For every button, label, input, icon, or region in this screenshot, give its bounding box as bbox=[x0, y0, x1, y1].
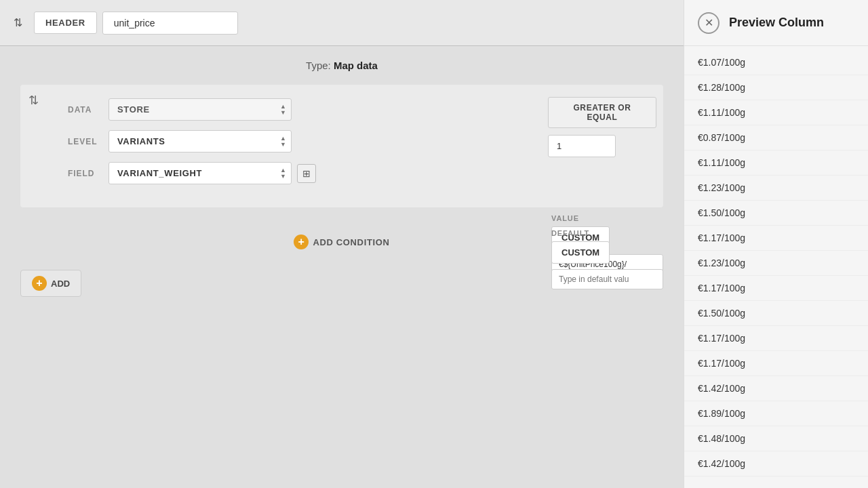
data-row: DATA STORE ▲▼ bbox=[68, 98, 541, 121]
preview-item: €0.87/100g bbox=[684, 125, 868, 150]
data-select-wrapper: STORE ▲▼ bbox=[108, 98, 292, 121]
preview-item: €1.11/100g bbox=[684, 100, 868, 125]
condition-value-input[interactable] bbox=[548, 135, 616, 157]
condition-greater-equal-btn[interactable]: GREATER OR EQUAL bbox=[548, 97, 656, 128]
preview-header: ✕ Preview Column bbox=[684, 0, 868, 46]
preview-item: €1.23/100g bbox=[684, 251, 868, 276]
field-label: FIELD bbox=[68, 169, 108, 178]
main-area: ⇅ HEADER unit_price Type: Map data ⇅ DAT… bbox=[0, 0, 684, 488]
preview-item: €1.23/100g bbox=[684, 176, 868, 201]
add-btn[interactable]: + ADD bbox=[20, 270, 81, 297]
header-bar: ⇅ HEADER unit_price bbox=[0, 0, 684, 46]
content-area: Type: Map data ⇅ DATA STORE ▲▼ LEVEL bbox=[0, 46, 684, 488]
preview-item: €1.48/100g bbox=[684, 426, 868, 451]
preview-item: €1.17/100g bbox=[684, 351, 868, 376]
preview-item: €1.50/100g bbox=[684, 301, 868, 326]
calc-icon[interactable]: ⊞ bbox=[297, 164, 316, 183]
level-label: LEVEL bbox=[68, 137, 108, 146]
add-condition-label: ADD CONDITION bbox=[313, 237, 389, 247]
value-section-label: VALUE bbox=[551, 214, 663, 222]
add-btn-plus: + bbox=[32, 276, 47, 291]
sort-icon: ⇅ bbox=[14, 16, 22, 29]
field-row: FIELD VARIANT_WEIGHT ▲▼ ⊞ bbox=[68, 162, 541, 184]
level-row: LEVEL VARIANTS ▲▼ bbox=[68, 130, 541, 152]
field-select-wrapper: VARIANT_WEIGHT ▲▼ bbox=[108, 162, 292, 184]
default-value-input[interactable] bbox=[551, 269, 663, 289]
add-condition-btn[interactable]: + ADD CONDITION bbox=[294, 235, 389, 249]
preview-item: €1.07/100g bbox=[684, 50, 868, 75]
preview-item: €1.89/100g bbox=[684, 401, 868, 426]
type-value: Map data bbox=[334, 60, 378, 71]
preview-item: €1.11/100g bbox=[684, 150, 868, 176]
level-select[interactable]: VARIANTS bbox=[108, 130, 292, 152]
field-select[interactable]: VARIANT_WEIGHT bbox=[108, 162, 292, 184]
level-select-wrapper: VARIANTS ▲▼ bbox=[108, 130, 292, 152]
sort-icon-btn[interactable]: ⇅ bbox=[7, 12, 28, 34]
preview-item: €1.17/100g bbox=[684, 226, 868, 251]
data-select[interactable]: STORE bbox=[108, 98, 292, 121]
close-icon: ✕ bbox=[705, 16, 713, 29]
data-label: DATA bbox=[68, 105, 108, 115]
default-custom-badge[interactable]: CUSTOM bbox=[551, 241, 610, 264]
preview-list: €1.07/100g€1.28/100g€1.11/100g€0.87/100g… bbox=[684, 46, 868, 488]
add-condition-plus: + bbox=[294, 235, 309, 249]
header-label: HEADER bbox=[34, 12, 97, 34]
preview-item: €1.42/100g bbox=[684, 451, 868, 476]
preview-panel: ✕ Preview Column €1.07/100g€1.28/100g€1.… bbox=[684, 0, 868, 488]
preview-item: €1.17/100g bbox=[684, 276, 868, 301]
add-btn-label: ADD bbox=[51, 279, 70, 289]
preview-item: €1.42/100g bbox=[684, 376, 868, 401]
type-label: Type: Map data bbox=[20, 60, 663, 71]
preview-item: €1.50/100g bbox=[684, 201, 868, 226]
mapping-card: ⇅ DATA STORE ▲▼ LEVEL VARIANTS ▲ bbox=[20, 85, 663, 207]
default-section-label: DEFAULT bbox=[551, 229, 663, 237]
header-value-field: unit_price bbox=[102, 12, 238, 35]
preview-title: Preview Column bbox=[729, 16, 824, 30]
preview-item: €1.28/100g bbox=[684, 75, 868, 100]
close-preview-btn[interactable]: ✕ bbox=[698, 12, 719, 34]
preview-item: €1.17/100g bbox=[684, 326, 868, 351]
card-sort-icon[interactable]: ⇅ bbox=[28, 93, 39, 108]
